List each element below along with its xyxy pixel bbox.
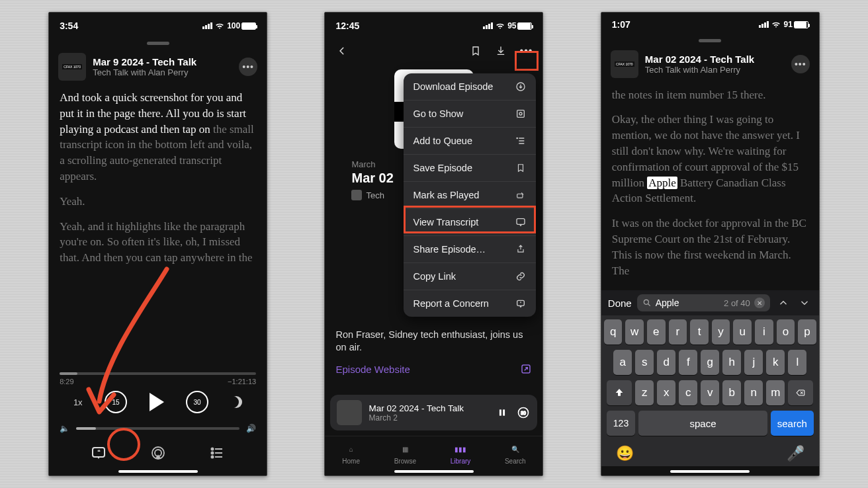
dictation-key[interactable]: 🎤 [787,445,804,462]
key-x[interactable]: x [657,380,675,405]
key-g[interactable]: g [701,350,719,375]
transcript-icon-button[interactable]: ❝ [88,442,109,464]
key-w[interactable]: w [625,319,644,345]
keyboard: qwertyuiop asdfghjkl zxcvbnm 123 space s… [601,315,819,466]
airplay-icon-button[interactable] [148,442,169,464]
transcript-icon [515,216,527,228]
key-n[interactable]: n [744,380,763,405]
key-m[interactable]: m [766,380,785,405]
space-key[interactable]: space [638,411,767,436]
bookmark-icon-button[interactable] [468,44,483,58]
drag-grabber[interactable] [147,42,169,45]
volume-high-icon: 🔊 [246,424,256,433]
menu-save-episode[interactable]: Save Episode [404,155,536,182]
home-indicator[interactable] [118,470,198,473]
key-v[interactable]: v [701,380,719,405]
more-button[interactable]: ••• [239,58,257,76]
clear-search-button[interactable]: ✕ [754,298,765,308]
play-button[interactable] [150,393,164,411]
episode-title: Mar 02 2024 - Tech Talk [645,54,785,65]
search-field[interactable]: Apple 2 of 40 ✕ [637,294,770,311]
back-button[interactable] [334,43,350,59]
delete-key[interactable] [788,380,813,405]
key-r[interactable]: r [669,319,687,345]
menu-download-episode[interactable]: Download Episode [404,73,536,101]
scrubber[interactable]: 8:29 −1:21:13 [49,368,267,386]
episode-artwork[interactable]: CFAX 1070 [58,53,86,81]
transcript-line: the notes in item number 15 there. [612,87,808,103]
key-u[interactable]: u [733,319,752,345]
status-bar: 1:07 91 [601,13,819,36]
key-l[interactable]: l [788,350,806,375]
episode-artwork[interactable]: CFAX 1070 [611,50,638,78]
menu-share-episode[interactable]: Share Episode… [404,236,536,263]
link-icon [515,270,527,282]
key-f[interactable]: f [679,350,697,375]
episode-website-link[interactable]: Episode Website [325,354,542,384]
home-indicator[interactable] [670,470,750,473]
emoji-key[interactable]: 😀 [616,445,634,462]
key-p[interactable]: p [798,319,816,345]
next-result-button[interactable] [797,295,812,311]
done-button[interactable]: Done [608,298,632,309]
key-i[interactable]: i [755,319,773,345]
svg-point-4 [212,448,214,450]
playback-controls: 1x 15 30 [49,386,267,419]
tab-browse[interactable]: ▦Browse [394,442,416,465]
key-k[interactable]: k [766,350,785,375]
show-avatar [351,190,362,200]
key-o[interactable]: o [777,319,795,345]
home-icon: ⌂ [344,442,359,456]
shift-key[interactable] [607,380,632,405]
battery-indicator: 95 [507,21,532,30]
key-c[interactable]: c [679,380,697,405]
key-b[interactable]: b [722,380,741,405]
more-button[interactable]: ••• [791,55,810,73]
mini-pause-button[interactable] [495,405,509,420]
volume-row[interactable]: 🔈 🔊 [49,419,267,436]
key-z[interactable]: z [635,380,654,405]
transcript-body[interactable]: And took a quick screenshot for you and … [49,87,267,278]
svg-point-6 [212,452,214,454]
key-d[interactable]: d [657,350,675,375]
phone-screenshot-1: 3:54 100 CFAX 1070 Mar 9 2024 - Tech Tal… [48,12,267,476]
sleep-timer-button[interactable] [230,396,242,408]
playback-speed-button[interactable]: 1x [73,397,83,407]
menu-add-to-queue[interactable]: Add to Queue [404,128,536,155]
tab-home[interactable]: ⌂Home [342,442,360,465]
key-h[interactable]: h [722,350,741,375]
skip-back-15-button[interactable]: 15 [105,391,127,413]
menu-report-concern[interactable]: Report a Concern [404,290,536,317]
drag-grabber[interactable] [699,39,721,42]
menu-mark-played[interactable]: Mark as Played [404,182,536,209]
mini-skip-30-button[interactable]: 30 [516,405,531,420]
download-icon-button[interactable] [494,44,508,58]
more-icon-button[interactable]: ••• [519,44,533,58]
key-s[interactable]: s [635,350,654,375]
skip-forward-30-button[interactable]: 30 [186,391,208,413]
numbers-key[interactable]: 123 [607,411,635,436]
key-t[interactable]: t [690,319,709,345]
key-a[interactable]: a [613,350,632,375]
menu-copy-link[interactable]: Copy Link [404,263,536,290]
menu-go-to-show[interactable]: Go to Show [404,101,536,128]
tab-library[interactable]: ▮▮▮Library [451,442,471,465]
prev-result-button[interactable] [775,295,791,311]
queue-icon-button[interactable] [206,442,228,464]
report-icon [515,298,527,309]
key-e[interactable]: e [647,319,666,345]
search-key[interactable]: search [771,411,814,436]
home-indicator[interactable] [394,470,474,473]
mini-player[interactable]: Mar 02 2024 - Tech Talk March 2 30 [330,395,537,430]
status-time: 3:54 [60,20,78,31]
signal-icon [483,22,493,29]
volume-low-icon: 🔈 [60,424,69,433]
menu-view-transcript[interactable]: View Transcript [404,209,536,236]
transcript-body[interactable]: the notes in item number 15 there. Okay,… [601,85,819,291]
tab-search[interactable]: 🔍Search [505,442,526,465]
key-y[interactable]: y [712,319,730,345]
svg-text:30: 30 [521,411,527,415]
key-j[interactable]: j [744,350,763,375]
key-q[interactable]: q [604,319,623,345]
share-icon [515,243,527,255]
